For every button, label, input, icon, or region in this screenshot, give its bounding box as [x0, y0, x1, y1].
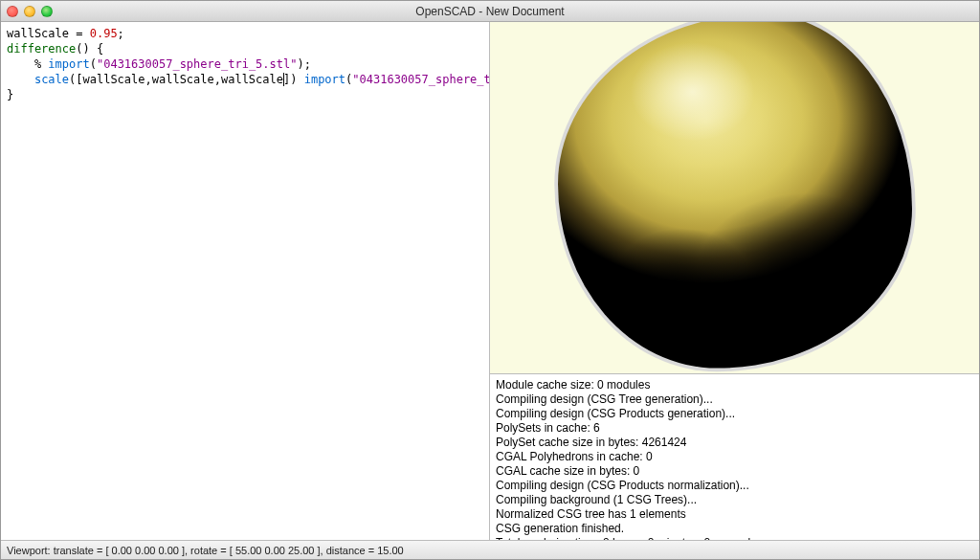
console-line: Compiling background (1 CSG Trees)...	[496, 493, 973, 507]
code-token: "0431630057_sphere_tri_5.stl"	[352, 73, 490, 86]
minimize-icon[interactable]	[24, 6, 35, 17]
status-bar: Viewport: translate = [ 0.00 0.00 0.00 ]…	[1, 540, 979, 559]
console-output[interactable]: Module cache size: 0 modules Compiling d…	[490, 374, 979, 540]
console-line: Compiling design (CSG Products generatio…	[496, 407, 973, 421]
right-pane: Module cache size: 0 modules Compiling d…	[490, 22, 979, 540]
rendered-model	[558, 22, 912, 368]
code-token: 0.95	[90, 27, 118, 40]
code-editor[interactable]: wallScale = 0.95; difference() { % impor…	[1, 22, 490, 540]
console-line: Normalized CSG tree has 1 elements	[496, 507, 973, 522]
code-token: ([wallScale,wallScale,wallScale	[69, 73, 283, 86]
console-line: CGAL cache size in bytes: 0	[496, 464, 973, 479]
console-line: Compiling design (CSG Products normaliza…	[496, 479, 973, 493]
console-line: CGAL Polyhedrons in cache: 0	[496, 450, 973, 464]
window-controls	[7, 6, 53, 17]
zoom-icon[interactable]	[41, 6, 53, 17]
close-icon[interactable]	[7, 6, 18, 17]
titlebar: OpenSCAD - New Document	[1, 1, 979, 22]
code-token: import	[48, 57, 89, 71]
code-token	[7, 73, 34, 86]
code-token: (	[90, 57, 97, 71]
console-line: CSG generation finished.	[496, 522, 973, 536]
viewport-status: Viewport: translate = [ 0.00 0.00 0.00 ]…	[7, 545, 404, 556]
console-line: Compiling design (CSG Tree generation)..…	[496, 392, 973, 407]
code-token: import	[304, 73, 345, 86]
code-token: }	[7, 88, 13, 101]
console-line: PolySet cache size in bytes: 4261424	[496, 436, 973, 450]
3d-viewport[interactable]	[490, 22, 979, 374]
app-window: OpenSCAD - New Document wallScale = 0.95…	[0, 0, 980, 560]
code-token: scale	[34, 73, 69, 86]
console-line: Module cache size: 0 modules	[496, 378, 973, 392]
code-token: %	[7, 57, 48, 71]
code-token: wallScale =	[7, 27, 90, 40]
code-token: () {	[76, 42, 103, 56]
code-token: difference	[7, 42, 76, 56]
code-token: );	[297, 57, 310, 71]
code-token: ])	[283, 73, 304, 86]
code-token: ;	[118, 27, 124, 40]
code-token: "0431630057_sphere_tri_5.stl"	[97, 57, 298, 71]
console-line: PolySets in cache: 6	[496, 421, 973, 436]
content-area: wallScale = 0.95; difference() { % impor…	[1, 22, 979, 540]
window-title: OpenSCAD - New Document	[1, 5, 979, 18]
